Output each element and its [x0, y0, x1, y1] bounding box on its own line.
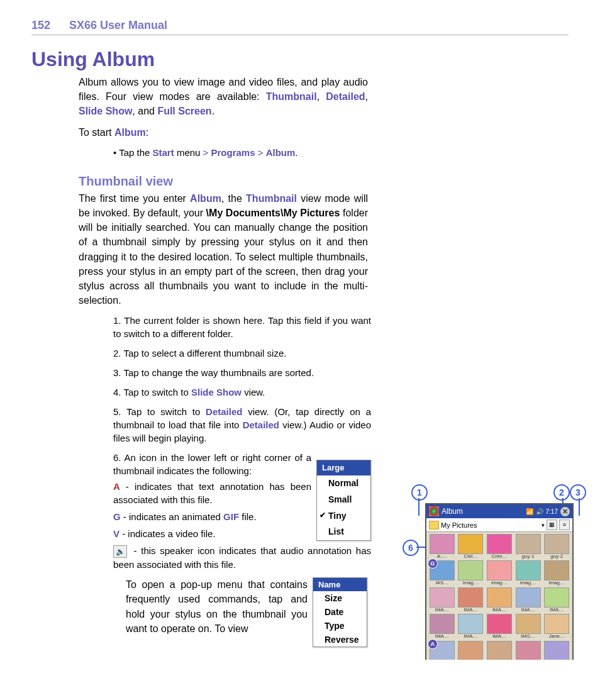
- thumbnail-image[interactable]: [430, 587, 455, 608]
- thumbnail-label: IMA…: [457, 608, 485, 613]
- t: • Tap the: [113, 147, 153, 158]
- thumbnail-label: Jane…: [543, 634, 570, 639]
- t: 4. Tap to switch to: [113, 387, 191, 397]
- thumbnail-item[interactable]: A-…: [428, 534, 456, 559]
- gif-link: GIF: [223, 511, 239, 522]
- thumbnail-item[interactable]: IMA…: [486, 614, 513, 639]
- thumbnail-image[interactable]: [516, 534, 541, 554]
- thumbnail-item[interactable]: AMel…: [428, 641, 456, 660]
- thumbnail-image[interactable]: [516, 614, 541, 634]
- thumbnail-image[interactable]: [516, 587, 541, 608]
- thumbnail-item[interactable]: IMA…: [514, 587, 542, 613]
- list-item: Large Normal Small Tiny List 6. An icon …: [113, 451, 371, 571]
- thumbnail-item[interactable]: IMA…: [486, 587, 513, 613]
- thumbnail-image[interactable]: [544, 560, 569, 581]
- thumbnail-image[interactable]: [516, 560, 541, 581]
- thumbnail-image[interactable]: [544, 641, 569, 660]
- thumbnail-item[interactable]: IMA…: [428, 587, 456, 613]
- thumbnail-image[interactable]: A: [430, 641, 455, 660]
- thumbnail-item[interactable]: Kris…: [457, 641, 485, 660]
- thumbnail-item[interactable]: imag…: [514, 560, 542, 586]
- thumbnail-image[interactable]: [458, 560, 483, 581]
- device-screen: Album 📶 🔊 7:17 ✕ My Pictures ▾ ▦ ≡ A-…Ch…: [425, 503, 574, 660]
- t: , and: [132, 106, 157, 116]
- callout-line: [579, 498, 580, 516]
- detailed-link: Detailed: [243, 419, 279, 430]
- thumbnail-image[interactable]: [430, 614, 455, 634]
- thumbnail-label: IMA…: [543, 608, 570, 613]
- mode-slideshow: Slide Show: [79, 106, 132, 116]
- thumbnail-image[interactable]: [487, 587, 512, 608]
- menu-item-size[interactable]: Size: [313, 591, 367, 605]
- thumbnail-item[interactable]: guy-2: [543, 534, 570, 559]
- list-item: 2. Tap to select a different thumbnail s…: [113, 347, 371, 360]
- clock-text: 7:17: [546, 508, 558, 515]
- folder-path-bar[interactable]: My Pictures ▾ ▦ ≡: [426, 518, 572, 532]
- detailed-link: Detailed: [206, 406, 242, 417]
- list-item: 4. Tap to switch to Slide Show view.: [113, 386, 371, 399]
- thumbnail-image[interactable]: [487, 534, 512, 554]
- thumbnail-image[interactable]: [487, 614, 512, 634]
- manual-title: SX66 User Manual: [69, 19, 167, 32]
- menu-item-type[interactable]: Type: [313, 619, 367, 633]
- menu-item-small[interactable]: Small: [317, 492, 370, 508]
- thumbnail-item[interactable]: imag…: [457, 560, 485, 586]
- thumbnail-item[interactable]: Chil…: [457, 534, 485, 559]
- thumbnail-image[interactable]: [458, 587, 483, 608]
- thumbnail-image[interactable]: [544, 587, 569, 608]
- thumbnail-item[interactable]: imag…: [543, 560, 570, 586]
- thumbnail-label: IAS…: [428, 581, 456, 586]
- size-tool-icon[interactable]: ▦: [547, 519, 557, 530]
- thumbnail-item[interactable]: guy-1: [514, 534, 542, 559]
- callout-6: 6: [403, 540, 419, 556]
- volume-icon: 🔊: [536, 508, 543, 515]
- thumbnail-image[interactable]: [544, 614, 569, 634]
- thumbnail-item[interactable]: Kris…: [486, 641, 513, 660]
- menu-item-large[interactable]: Large: [317, 460, 370, 475]
- thumbnail-item[interactable]: IMA…: [457, 614, 485, 639]
- t: - this speaker icon indicates that audio…: [113, 545, 371, 570]
- folder-icon: [429, 521, 439, 530]
- size-popup-menu[interactable]: Large Normal Small Tiny List: [316, 460, 371, 541]
- t: menu: [174, 147, 203, 158]
- thumbnail-link: Thumbnail: [246, 193, 297, 204]
- thumbnail-item[interactable]: IMA…: [428, 614, 456, 639]
- thumbnail-image[interactable]: G: [430, 560, 455, 581]
- thumbnail-item[interactable]: IMA…: [457, 587, 485, 613]
- thumbnail-image[interactable]: [487, 560, 512, 581]
- t: , the: [221, 193, 246, 204]
- thumbnail-item[interactable]: Kris…: [514, 641, 542, 660]
- thumbnail-item[interactable]: GIAS…: [428, 560, 456, 586]
- menu-item-reverse[interactable]: Reverse: [313, 633, 367, 647]
- sort-popup-menu[interactable]: Name Size Date Type Reverse: [313, 577, 367, 647]
- thumbnail-image[interactable]: [487, 641, 512, 660]
- thumbnail-image[interactable]: [458, 534, 483, 554]
- thumbnail-image[interactable]: [430, 534, 455, 554]
- t: :: [146, 127, 148, 138]
- thumbnail-item[interactable]: IMG…: [514, 614, 542, 639]
- thumbnail-item[interactable]: IMA…: [543, 587, 570, 613]
- sort-tool-icon[interactable]: ≡: [559, 519, 570, 530]
- t: The first time you enter: [79, 193, 190, 204]
- close-icon[interactable]: ✕: [560, 507, 570, 516]
- chevron-down-icon[interactable]: ▾: [542, 522, 545, 528]
- folder-path: \My Documents\My Pictures: [206, 208, 340, 218]
- menu-item-list[interactable]: List: [317, 524, 370, 540]
- thumbnail-image[interactable]: [458, 641, 483, 660]
- thumbnail-item[interactable]: Crim…: [486, 534, 513, 559]
- thumbnail-item[interactable]: Kris…: [543, 641, 570, 660]
- thumbnail-item[interactable]: Jane…: [543, 614, 570, 639]
- thumbnail-image[interactable]: [458, 614, 483, 634]
- menu-item-name[interactable]: Name: [313, 578, 367, 591]
- thumbnail-image[interactable]: [516, 641, 541, 660]
- thumbnail-image[interactable]: [544, 534, 569, 554]
- album-link: Album: [190, 193, 221, 204]
- start-icon[interactable]: [429, 506, 439, 516]
- thumbnail-item[interactable]: imag…: [486, 560, 513, 586]
- thumbnail-label: guy-2: [543, 554, 570, 559]
- window-titlebar: Album 📶 🔊 7:17 ✕: [426, 504, 572, 518]
- t: ,: [365, 91, 368, 102]
- menu-item-normal[interactable]: Normal: [317, 475, 370, 492]
- menu-item-date[interactable]: Date: [313, 605, 367, 619]
- menu-item-tiny[interactable]: Tiny: [317, 508, 370, 525]
